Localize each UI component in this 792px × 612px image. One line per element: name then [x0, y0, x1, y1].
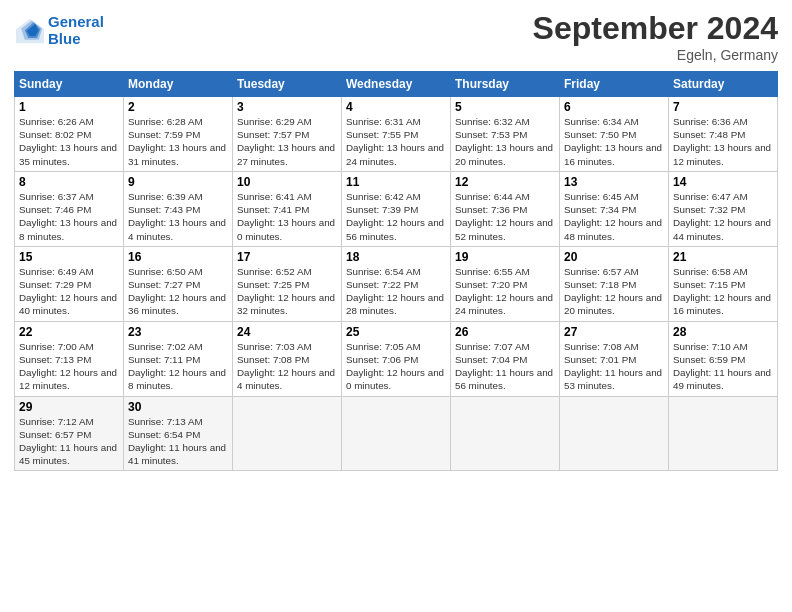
calendar-cell: 10 Sunrise: 6:41 AMSunset: 7:41 PMDaylig… [233, 171, 342, 246]
cell-info: Sunrise: 6:47 AMSunset: 7:32 PMDaylight:… [673, 191, 771, 242]
calendar-cell: 5 Sunrise: 6:32 AMSunset: 7:53 PMDayligh… [451, 97, 560, 172]
day-number: 11 [346, 175, 446, 189]
day-number: 17 [237, 250, 337, 264]
calendar-cell [560, 396, 669, 471]
calendar-cell: 8 Sunrise: 6:37 AMSunset: 7:46 PMDayligh… [15, 171, 124, 246]
day-number: 15 [19, 250, 119, 264]
calendar-week-2: 8 Sunrise: 6:37 AMSunset: 7:46 PMDayligh… [15, 171, 778, 246]
day-number: 19 [455, 250, 555, 264]
day-number: 6 [564, 100, 664, 114]
day-number: 16 [128, 250, 228, 264]
location: Egeln, Germany [533, 47, 778, 63]
calendar-cell [342, 396, 451, 471]
calendar-cell: 23 Sunrise: 7:02 AMSunset: 7:11 PMDaylig… [124, 321, 233, 396]
calendar-body: 1 Sunrise: 6:26 AMSunset: 8:02 PMDayligh… [15, 97, 778, 471]
cell-info: Sunrise: 7:07 AMSunset: 7:04 PMDaylight:… [455, 341, 553, 392]
page-container: General Blue September 2024 Egeln, Germa… [0, 0, 792, 481]
day-number: 28 [673, 325, 773, 339]
day-number: 18 [346, 250, 446, 264]
calendar-cell: 13 Sunrise: 6:45 AMSunset: 7:34 PMDaylig… [560, 171, 669, 246]
calendar-cell [233, 396, 342, 471]
cell-info: Sunrise: 7:03 AMSunset: 7:08 PMDaylight:… [237, 341, 335, 392]
calendar-week-1: 1 Sunrise: 6:26 AMSunset: 8:02 PMDayligh… [15, 97, 778, 172]
cell-info: Sunrise: 7:02 AMSunset: 7:11 PMDaylight:… [128, 341, 226, 392]
cell-info: Sunrise: 6:32 AMSunset: 7:53 PMDaylight:… [455, 116, 553, 167]
calendar-cell: 28 Sunrise: 7:10 AMSunset: 6:59 PMDaylig… [669, 321, 778, 396]
calendar-cell: 2 Sunrise: 6:28 AMSunset: 7:59 PMDayligh… [124, 97, 233, 172]
day-number: 8 [19, 175, 119, 189]
cell-info: Sunrise: 6:31 AMSunset: 7:55 PMDaylight:… [346, 116, 444, 167]
calendar-cell: 27 Sunrise: 7:08 AMSunset: 7:01 PMDaylig… [560, 321, 669, 396]
cell-info: Sunrise: 7:10 AMSunset: 6:59 PMDaylight:… [673, 341, 771, 392]
cell-info: Sunrise: 6:54 AMSunset: 7:22 PMDaylight:… [346, 266, 444, 317]
calendar-cell: 4 Sunrise: 6:31 AMSunset: 7:55 PMDayligh… [342, 97, 451, 172]
day-number: 24 [237, 325, 337, 339]
day-number: 1 [19, 100, 119, 114]
calendar-cell: 16 Sunrise: 6:50 AMSunset: 7:27 PMDaylig… [124, 246, 233, 321]
calendar-cell: 22 Sunrise: 7:00 AMSunset: 7:13 PMDaylig… [15, 321, 124, 396]
calendar-cell: 1 Sunrise: 6:26 AMSunset: 8:02 PMDayligh… [15, 97, 124, 172]
day-number: 27 [564, 325, 664, 339]
day-number: 5 [455, 100, 555, 114]
cell-info: Sunrise: 7:05 AMSunset: 7:06 PMDaylight:… [346, 341, 444, 392]
calendar-cell: 3 Sunrise: 6:29 AMSunset: 7:57 PMDayligh… [233, 97, 342, 172]
calendar-cell: 21 Sunrise: 6:58 AMSunset: 7:15 PMDaylig… [669, 246, 778, 321]
day-number: 10 [237, 175, 337, 189]
day-number: 12 [455, 175, 555, 189]
calendar-week-4: 22 Sunrise: 7:00 AMSunset: 7:13 PMDaylig… [15, 321, 778, 396]
day-number: 4 [346, 100, 446, 114]
cell-info: Sunrise: 6:50 AMSunset: 7:27 PMDaylight:… [128, 266, 226, 317]
calendar-week-3: 15 Sunrise: 6:49 AMSunset: 7:29 PMDaylig… [15, 246, 778, 321]
col-saturday: Saturday [669, 72, 778, 97]
calendar-cell: 19 Sunrise: 6:55 AMSunset: 7:20 PMDaylig… [451, 246, 560, 321]
calendar-cell: 7 Sunrise: 6:36 AMSunset: 7:48 PMDayligh… [669, 97, 778, 172]
month-title: September 2024 [533, 10, 778, 47]
day-number: 14 [673, 175, 773, 189]
calendar-table: Sunday Monday Tuesday Wednesday Thursday… [14, 71, 778, 471]
cell-info: Sunrise: 6:44 AMSunset: 7:36 PMDaylight:… [455, 191, 553, 242]
logo-text: General Blue [48, 14, 104, 47]
cell-info: Sunrise: 6:36 AMSunset: 7:48 PMDaylight:… [673, 116, 771, 167]
calendar-cell: 14 Sunrise: 6:47 AMSunset: 7:32 PMDaylig… [669, 171, 778, 246]
cell-info: Sunrise: 6:42 AMSunset: 7:39 PMDaylight:… [346, 191, 444, 242]
col-thursday: Thursday [451, 72, 560, 97]
header: General Blue September 2024 Egeln, Germa… [14, 10, 778, 63]
calendar-cell [451, 396, 560, 471]
logo: General Blue [14, 14, 104, 47]
cell-info: Sunrise: 7:08 AMSunset: 7:01 PMDaylight:… [564, 341, 662, 392]
day-number: 23 [128, 325, 228, 339]
day-number: 13 [564, 175, 664, 189]
calendar-cell: 9 Sunrise: 6:39 AMSunset: 7:43 PMDayligh… [124, 171, 233, 246]
col-wednesday: Wednesday [342, 72, 451, 97]
cell-info: Sunrise: 6:55 AMSunset: 7:20 PMDaylight:… [455, 266, 553, 317]
cell-info: Sunrise: 6:37 AMSunset: 7:46 PMDaylight:… [19, 191, 117, 242]
calendar-cell: 15 Sunrise: 6:49 AMSunset: 7:29 PMDaylig… [15, 246, 124, 321]
cell-info: Sunrise: 7:13 AMSunset: 6:54 PMDaylight:… [128, 416, 226, 467]
cell-info: Sunrise: 7:00 AMSunset: 7:13 PMDaylight:… [19, 341, 117, 392]
day-number: 26 [455, 325, 555, 339]
cell-info: Sunrise: 6:49 AMSunset: 7:29 PMDaylight:… [19, 266, 117, 317]
day-number: 21 [673, 250, 773, 264]
cell-info: Sunrise: 7:12 AMSunset: 6:57 PMDaylight:… [19, 416, 117, 467]
calendar-cell: 17 Sunrise: 6:52 AMSunset: 7:25 PMDaylig… [233, 246, 342, 321]
calendar-cell: 20 Sunrise: 6:57 AMSunset: 7:18 PMDaylig… [560, 246, 669, 321]
cell-info: Sunrise: 6:26 AMSunset: 8:02 PMDaylight:… [19, 116, 117, 167]
header-row: Sunday Monday Tuesday Wednesday Thursday… [15, 72, 778, 97]
cell-info: Sunrise: 6:28 AMSunset: 7:59 PMDaylight:… [128, 116, 226, 167]
col-tuesday: Tuesday [233, 72, 342, 97]
cell-info: Sunrise: 6:58 AMSunset: 7:15 PMDaylight:… [673, 266, 771, 317]
calendar-cell: 6 Sunrise: 6:34 AMSunset: 7:50 PMDayligh… [560, 97, 669, 172]
day-number: 25 [346, 325, 446, 339]
day-number: 22 [19, 325, 119, 339]
calendar-cell: 24 Sunrise: 7:03 AMSunset: 7:08 PMDaylig… [233, 321, 342, 396]
day-number: 20 [564, 250, 664, 264]
cell-info: Sunrise: 6:29 AMSunset: 7:57 PMDaylight:… [237, 116, 335, 167]
calendar-cell: 12 Sunrise: 6:44 AMSunset: 7:36 PMDaylig… [451, 171, 560, 246]
calendar-cell: 30 Sunrise: 7:13 AMSunset: 6:54 PMDaylig… [124, 396, 233, 471]
day-number: 9 [128, 175, 228, 189]
col-monday: Monday [124, 72, 233, 97]
cell-info: Sunrise: 6:57 AMSunset: 7:18 PMDaylight:… [564, 266, 662, 317]
day-number: 2 [128, 100, 228, 114]
title-block: September 2024 Egeln, Germany [533, 10, 778, 63]
day-number: 30 [128, 400, 228, 414]
